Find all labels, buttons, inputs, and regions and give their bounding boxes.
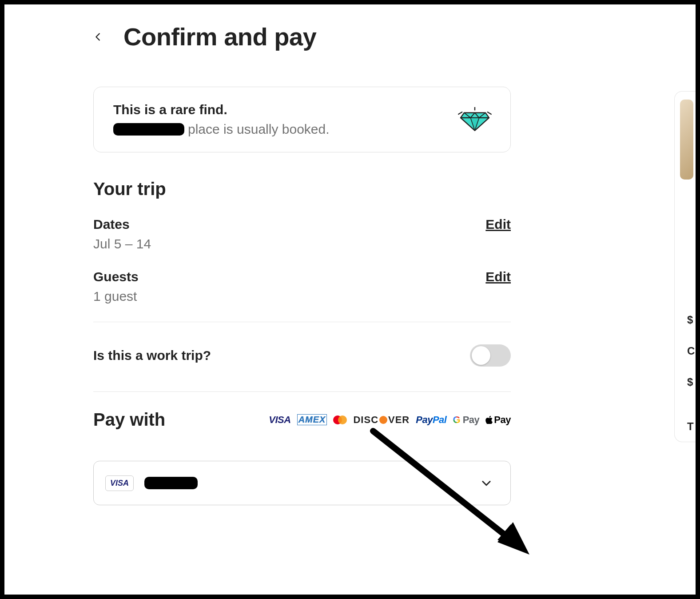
svg-line-1 bbox=[488, 112, 491, 114]
visa-logo-icon: VISA bbox=[269, 414, 290, 426]
svg-marker-7 bbox=[497, 522, 529, 555]
rare-find-subtext: place is usually booked. bbox=[113, 122, 330, 137]
pay-with-header: Pay with VISA AMEX DISCVER PayPal G Pay … bbox=[93, 410, 511, 430]
discover-text-a: DISC bbox=[353, 414, 378, 426]
redacted-card-number bbox=[144, 477, 198, 489]
chevron-left-icon bbox=[93, 32, 103, 42]
peek-text: T bbox=[687, 420, 694, 433]
divider bbox=[93, 322, 511, 322]
card-brand-badge: VISA bbox=[105, 475, 134, 491]
discover-logo-icon: DISCVER bbox=[353, 414, 410, 426]
selected-payment-method: VISA bbox=[105, 475, 198, 491]
work-trip-label: Is this a work trip? bbox=[93, 348, 211, 363]
payment-method-dropdown[interactable]: VISA bbox=[93, 461, 511, 505]
dates-label: Dates bbox=[93, 217, 130, 232]
guests-label: Guests bbox=[93, 269, 139, 284]
dates-value: Jul 5 – 14 bbox=[93, 236, 511, 252]
mastercard-logo-icon bbox=[333, 415, 347, 424]
peek-text: C bbox=[687, 345, 695, 357]
listing-thumbnail bbox=[680, 100, 693, 180]
edit-dates-link[interactable]: Edit bbox=[485, 217, 511, 232]
google-pay-logo-icon: G Pay bbox=[453, 414, 479, 426]
main-column: Confirm and pay This is a rare find. pla… bbox=[4, 4, 600, 523]
peek-text: $ bbox=[687, 314, 693, 326]
pay-with-title: Pay with bbox=[93, 410, 165, 430]
rare-find-subtext-suffix: place is usually booked. bbox=[188, 122, 330, 137]
price-summary-card-peek: $ C $ T bbox=[674, 91, 696, 442]
your-trip-title: Your trip bbox=[93, 179, 511, 199]
divider bbox=[93, 391, 511, 392]
guests-value: 1 guest bbox=[93, 289, 511, 304]
amex-logo-icon: AMEX bbox=[297, 414, 327, 425]
svg-marker-6 bbox=[497, 524, 520, 547]
edit-guests-link[interactable]: Edit bbox=[485, 269, 511, 284]
dates-row: Dates Edit bbox=[93, 217, 511, 232]
svg-line-0 bbox=[458, 112, 462, 114]
payment-logos: VISA AMEX DISCVER PayPal G Pay Pay bbox=[269, 414, 511, 426]
page-title: Confirm and pay bbox=[123, 22, 316, 51]
checkout-page: Confirm and pay This is a rare find. pla… bbox=[0, 0, 700, 599]
peek-text: $ bbox=[687, 376, 693, 388]
guests-row: Guests Edit bbox=[93, 269, 511, 284]
redacted-host-name bbox=[113, 123, 184, 136]
diamond-icon bbox=[457, 106, 493, 133]
rare-find-text: This is a rare find. place is usually bo… bbox=[113, 102, 330, 137]
discover-text-b: VER bbox=[388, 414, 410, 426]
paypal-logo-icon: PayPal bbox=[416, 414, 446, 426]
apple-pay-logo-icon: Pay bbox=[485, 414, 511, 426]
rare-find-card: This is a rare find. place is usually bo… bbox=[93, 87, 511, 152]
page-header: Confirm and pay bbox=[93, 22, 511, 51]
work-trip-toggle[interactable] bbox=[470, 344, 511, 367]
back-button[interactable] bbox=[93, 32, 103, 42]
rare-find-headline: This is a rare find. bbox=[113, 102, 330, 117]
chevron-down-icon bbox=[480, 477, 493, 489]
work-trip-row: Is this a work trip? bbox=[93, 335, 511, 378]
